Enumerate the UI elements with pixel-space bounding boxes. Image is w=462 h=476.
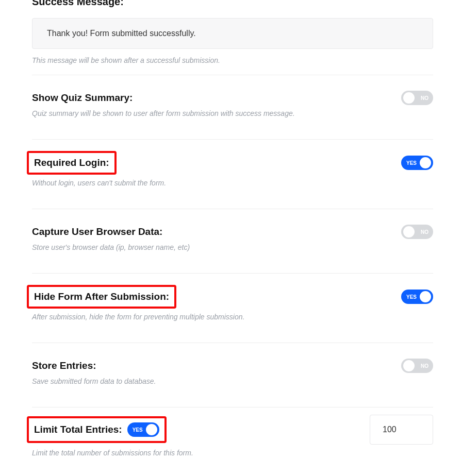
highlight-limit-entries: Limit Total Entries: YES <box>27 416 167 443</box>
store-entries-toggle[interactable]: NO <box>401 359 433 373</box>
limit-entries-input[interactable] <box>370 415 433 445</box>
setting-hide-form: Hide Form After Submission: YES <box>32 274 433 313</box>
capture-browser-toggle[interactable]: NO <box>401 225 433 239</box>
limit-entries-toggle[interactable]: YES <box>127 422 159 437</box>
success-message-help: This message will be shown after a succe… <box>32 56 433 64</box>
toggle-knob <box>403 92 415 104</box>
limit-entries-label: Limit Total Entries: <box>34 424 122 435</box>
toggle-state-label: YES <box>133 427 143 433</box>
toggle-state-label: YES <box>406 160 417 166</box>
setting-store-entries: Store Entries: NO <box>32 343 433 377</box>
capture-browser-help: Store user's browser data (ip, browser n… <box>32 243 433 251</box>
highlight-hide-form: Hide Form After Submission: <box>27 285 176 309</box>
capture-browser-label: Capture User Browser Data: <box>32 226 162 237</box>
quiz-summary-toggle[interactable]: NO <box>401 91 433 105</box>
quiz-summary-label: Show Quiz Summary: <box>32 92 133 104</box>
setting-limit-entries: Limit Total Entries: YES <box>32 407 433 449</box>
store-entries-help: Save submitted form data to database. <box>32 377 433 385</box>
toggle-state-label: NO <box>421 229 428 235</box>
required-login-label: Required Login: <box>34 157 109 168</box>
required-login-toggle[interactable]: YES <box>401 156 433 170</box>
highlight-required-login: Required Login: <box>27 151 117 175</box>
required-login-help: Without login, users can't submit the fo… <box>32 179 433 187</box>
hide-form-help: After submission, hide the form for prev… <box>32 313 433 321</box>
toggle-knob <box>403 360 415 371</box>
toggle-state-label: YES <box>406 294 417 300</box>
quiz-summary-help: Quiz summary will be shown to user after… <box>32 109 433 117</box>
setting-capture-browser: Capture User Browser Data: NO <box>32 209 433 243</box>
hide-form-toggle[interactable]: YES <box>401 290 433 304</box>
toggle-knob <box>146 424 157 435</box>
store-entries-label: Store Entries: <box>32 360 96 371</box>
toggle-knob <box>420 157 431 168</box>
setting-quiz-summary: Show Quiz Summary: NO <box>32 75 433 109</box>
success-message-box[interactable]: Thank you! Form submitted successfully. <box>32 18 433 49</box>
toggle-state-label: NO <box>421 95 428 101</box>
toggle-knob <box>403 226 415 237</box>
toggle-state-label: NO <box>421 363 428 369</box>
hide-form-label: Hide Form After Submission: <box>34 291 169 302</box>
setting-required-login: Required Login: YES <box>32 140 433 179</box>
success-message-title: Success Message: <box>32 0 433 8</box>
limit-entries-help: Limit the total number of submissions fo… <box>32 449 433 457</box>
toggle-knob <box>420 291 431 302</box>
